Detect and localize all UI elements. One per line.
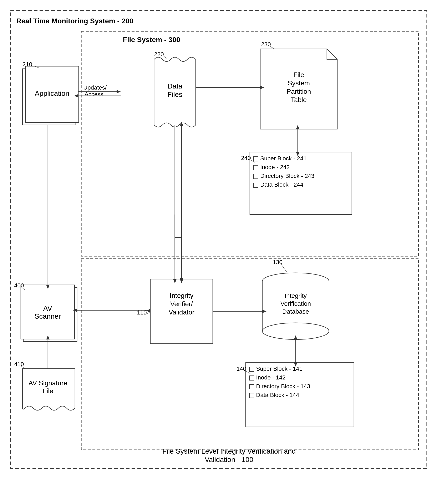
block240-item1: Super Block - 241 xyxy=(260,155,307,162)
svg-marker-44 xyxy=(180,279,183,283)
svg-line-56 xyxy=(281,264,287,273)
svg-marker-67 xyxy=(180,122,183,126)
verifier-number: 110 xyxy=(137,309,147,316)
svg-rect-0 xyxy=(10,10,427,468)
svg-line-48 xyxy=(250,160,255,162)
svg-marker-20 xyxy=(260,86,264,89)
ivdb-label2: Verification xyxy=(280,300,311,307)
svg-rect-2 xyxy=(81,258,418,450)
svg-line-46 xyxy=(163,56,167,58)
svg-marker-40 xyxy=(294,335,297,340)
svg-marker-27 xyxy=(296,152,299,156)
svg-rect-61 xyxy=(250,393,254,398)
verifier-label3: Validator xyxy=(169,308,195,316)
svg-marker-32 xyxy=(173,279,177,283)
av-scanner-label2: Scanner xyxy=(35,312,61,320)
integrity-label1: File System Level Integrity Verification… xyxy=(162,447,296,455)
svg-point-9 xyxy=(262,273,329,289)
avsig-label1: AV Signature xyxy=(29,379,67,387)
updates-label: Updates/ xyxy=(83,84,107,91)
ivdb-label3: Database xyxy=(282,308,309,315)
svg-marker-34 xyxy=(73,309,77,312)
svg-rect-1 xyxy=(81,31,418,256)
integrity-label2: Validation - 100 xyxy=(205,455,253,463)
avsig-number: 410 xyxy=(14,361,24,367)
svg-line-53 xyxy=(22,288,25,290)
svg-rect-8 xyxy=(150,279,213,344)
verifier-label1: Integrity xyxy=(170,292,193,299)
data-files-label2: Files xyxy=(167,90,182,98)
svg-line-45 xyxy=(33,66,38,68)
block140-item4: Data Block - 144 xyxy=(256,392,299,398)
svg-rect-6 xyxy=(23,288,77,342)
svg-rect-5 xyxy=(250,152,352,215)
block140-item2: Inode - 142 xyxy=(256,374,286,381)
svg-marker-38 xyxy=(262,310,267,313)
ivdb-label1: Integrity xyxy=(285,292,307,299)
svg-rect-51 xyxy=(254,174,258,179)
svg-marker-26 xyxy=(296,125,299,129)
av-scanner-label1: AV xyxy=(43,304,52,312)
svg-marker-62 xyxy=(146,309,150,313)
svg-rect-10 xyxy=(262,281,329,331)
block240-item3: Directory Block - 243 xyxy=(260,173,314,179)
block240-number: 240 xyxy=(241,155,251,161)
block240-item2: Inode - 242 xyxy=(260,164,290,170)
svg-rect-7 xyxy=(21,285,74,339)
verifier-label2: Verifier/ xyxy=(170,300,193,308)
svg-line-47 xyxy=(270,46,275,49)
svg-rect-49 xyxy=(254,157,258,161)
svg-marker-65 xyxy=(180,278,183,282)
svg-marker-30 xyxy=(46,285,50,289)
block140-item3: Directory Block - 143 xyxy=(256,383,310,389)
svg-marker-36 xyxy=(46,335,50,340)
access-label: Access xyxy=(85,91,103,97)
outer-label: Real Time Monitoring System - 200 xyxy=(16,17,133,25)
data-files-number: 220 xyxy=(154,51,164,57)
block140-item1: Super Block - 141 xyxy=(256,365,303,372)
partition-label2: System xyxy=(288,79,310,87)
svg-marker-16 xyxy=(117,90,121,93)
svg-line-57 xyxy=(245,371,250,374)
app-label: Application xyxy=(35,89,69,97)
partition-label1: File xyxy=(293,71,304,78)
svg-rect-50 xyxy=(254,165,258,170)
svg-rect-60 xyxy=(250,384,254,389)
data-files-label: Data xyxy=(167,82,182,90)
av-number: 400 xyxy=(14,282,24,289)
svg-marker-18 xyxy=(74,94,78,97)
block140-number: 140 xyxy=(236,365,246,372)
block240-item4: Data Block - 244 xyxy=(260,181,303,188)
svg-rect-58 xyxy=(250,367,254,372)
svg-point-11 xyxy=(262,323,329,340)
svg-rect-4 xyxy=(25,66,79,123)
ivdb-number: 130 xyxy=(273,259,283,265)
svg-rect-14 xyxy=(246,362,354,427)
fs-label: File System - 300 xyxy=(123,36,180,44)
app-number: 210 xyxy=(22,61,32,68)
svg-marker-41 xyxy=(294,362,297,367)
partition-label4: Table xyxy=(291,96,307,104)
partition-label3: Partition xyxy=(286,88,311,95)
svg-rect-3 xyxy=(22,69,76,125)
svg-rect-52 xyxy=(254,183,258,187)
svg-line-55 xyxy=(144,312,150,314)
partition-number: 230 xyxy=(261,41,271,48)
svg-line-54 xyxy=(21,366,25,369)
avsig-label2: File xyxy=(42,387,53,395)
svg-marker-24 xyxy=(173,279,177,283)
svg-rect-59 xyxy=(250,376,254,380)
